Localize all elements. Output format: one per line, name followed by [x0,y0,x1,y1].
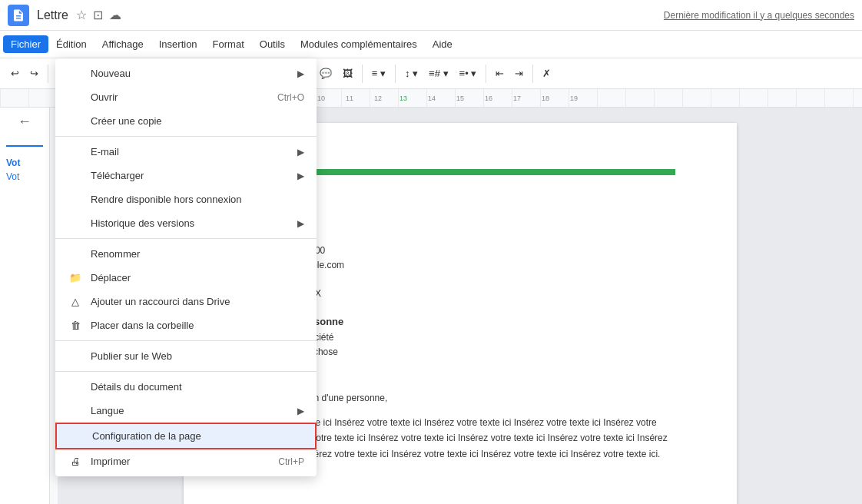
submenu-arrow-email: ▶ [297,147,304,158]
menu-telecharger[interactable]: Télécharger ▶ [55,164,317,187]
toolbar-sep-7 [486,65,486,83]
menu-creer-copie[interactable]: Créer une copie [55,109,317,133]
menu-edition[interactable]: Édition [48,35,94,53]
undo-button[interactable]: ↩ [6,65,24,82]
list-numbered-button[interactable]: ≡# ▾ [424,65,453,82]
redo-button[interactable]: ↪ [25,65,43,82]
menu-imprimer[interactable]: 🖨Imprimer Ctrl+P [55,449,317,473]
title-icons: ☆ ⊡ ☁ [76,8,121,22]
menu-format[interactable]: Format [205,35,252,53]
folder-icon: 📁 [68,272,83,284]
menu-email[interactable]: E-mail ▶ [55,140,317,164]
drive-icon: △ [68,296,83,307]
menu-nouveau[interactable]: Nouveau ▶ [55,61,317,85]
menu-ouvrir[interactable]: Ouvrir Ctrl+O [55,85,317,109]
menu-outils[interactable]: Outils [252,35,293,53]
list-bullet-button[interactable]: ≡• ▾ [455,65,482,82]
print-icon: 🖨 [68,456,83,467]
menu-aide[interactable]: Aide [425,35,460,53]
fichier-dropdown-menu: Nouveau ▶ Ouvrir Ctrl+O Créer une copie … [55,58,317,476]
menu-details[interactable]: Détails du document [55,375,317,399]
menu-langue[interactable]: Langue ▶ [55,399,317,423]
menu-renommer[interactable]: Renommer [55,242,317,266]
sidebar-outline-item-2[interactable]: Vot [0,170,49,184]
sidebar-divider [6,142,43,147]
submenu-arrow-langue: ▶ [297,406,304,416]
menu-historique[interactable]: Historique des versions ▶ [55,211,317,235]
comment-button[interactable]: 💬 [315,65,337,82]
menu-publier[interactable]: Publier sur le Web [55,344,317,368]
submenu-arrow-nouveau: ▶ [297,68,304,79]
line-spacing-button[interactable]: ↕ ▾ [400,65,423,82]
title-bar: Lettre ☆ ⊡ ☁ Dernière modification il y … [0,0,862,31]
submenu-arrow-historique: ▶ [297,218,304,229]
trash-icon: 🗑 [68,320,83,331]
menu-hors-connexion[interactable]: Rendre disponible hors connexion [55,187,317,211]
last-modified[interactable]: Dernière modification il y a quelques se… [664,10,854,21]
toolbar-sep-8 [532,65,533,83]
menu-deplacer[interactable]: 📁Déplacer [55,266,317,290]
menu-divider-2 [55,238,317,239]
toolbar-sep-6 [395,65,396,83]
toolbar-sep-1 [48,65,48,83]
folder-icon[interactable]: ⊡ [93,8,103,22]
cloud-icon[interactable]: ☁ [109,8,121,22]
toolbar-sep-5 [362,65,363,83]
back-button[interactable]: ← [18,114,31,130]
menu-corbeille[interactable]: 🗑Placer dans la corbeille [55,313,317,337]
menu-divider-1 [55,136,317,137]
menu-config-page[interactable]: Configuration de la page [55,423,317,449]
submenu-arrow-telecharger: ▶ [297,171,304,181]
menu-raccourci-drive[interactable]: △Ajouter un raccourci dans Drive [55,290,317,313]
menu-fichier[interactable]: Fichier [3,35,48,53]
menu-divider-4 [55,371,317,372]
indent-decrease-button[interactable]: ⇤ [491,65,509,82]
doc-title[interactable]: Lettre [37,8,68,22]
menu-modules[interactable]: Modules complémentaires [293,35,425,53]
menu-insertion[interactable]: Insertion [151,35,205,53]
align-button[interactable]: ≡ ▾ [367,65,390,82]
sidebar-outline-item-1[interactable]: Vot [0,156,49,170]
app-icon [8,5,29,26]
star-icon[interactable]: ☆ [76,8,87,22]
menu-divider-3 [55,340,317,341]
sidebar: ← Vot Vot [0,108,50,504]
indent-increase-button[interactable]: ⇥ [510,65,528,82]
image-button[interactable]: 🖼 [338,65,357,82]
clear-format-button[interactable]: ✗ [538,65,555,82]
menu-bar: Fichier Édition Affichage Insertion Form… [0,31,862,58]
menu-affichage[interactable]: Affichage [94,35,151,53]
